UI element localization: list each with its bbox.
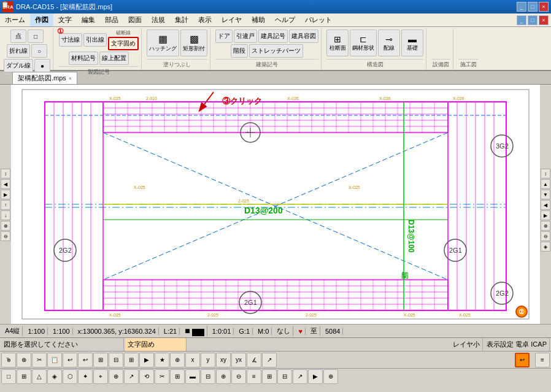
btm-btn-7[interactable]: ⊞ <box>93 353 108 367</box>
menu-palette[interactable]: パレット <box>300 13 337 26</box>
btm-btn-15[interactable]: xy <box>216 353 231 367</box>
btm2-btn-7[interactable]: ⌖ <box>93 369 108 384</box>
canvas-area[interactable]: ③クリック <box>11 85 540 324</box>
btm-btn-13[interactable]: x <box>185 353 200 367</box>
btm2-btn-11[interactable]: ✂ <box>155 369 169 384</box>
btm-btn-8[interactable]: ⊟ <box>109 353 123 367</box>
btm2-btn-2[interactable]: ⊞ <box>17 369 31 384</box>
btn-senjoh[interactable]: 線上配置 <box>99 52 129 65</box>
sub-close[interactable]: × <box>539 15 549 25</box>
sub-restore[interactable]: □ <box>528 15 538 25</box>
btn-door[interactable]: ドア <box>215 29 233 43</box>
right-btn-8[interactable]: ◈ <box>541 242 550 252</box>
right-btn-6[interactable]: ⊕ <box>541 221 550 231</box>
btn-rect[interactable]: □ <box>28 29 44 43</box>
btm-btn-11[interactable]: ★ <box>155 353 169 367</box>
left-btn-1[interactable]: ↕ <box>1 169 10 179</box>
btm2-btn-5[interactable]: ⬡ <box>63 369 77 384</box>
btn-rect-assign[interactable]: ▩ 矩形割付 <box>180 29 207 56</box>
menu-zumen[interactable]: 図面 <box>123 13 147 26</box>
menu-hoki[interactable]: 法規 <box>147 13 170 26</box>
btm2-btn-14[interactable]: ⊟ <box>201 369 215 384</box>
maximize-button[interactable]: □ <box>528 2 538 12</box>
menu-home[interactable]: ホーム <box>0 13 30 26</box>
btn-zairyo[interactable]: 材料記号 <box>69 52 98 65</box>
btn-kengu-yozu[interactable]: 建具容図 <box>289 29 318 43</box>
btn-hikidashi[interactable]: 引出線 <box>83 33 107 47</box>
menu-hojo[interactable]: 補助 <box>247 13 270 26</box>
menu-layer[interactable]: レイヤ <box>217 13 247 26</box>
btm-btn-16[interactable]: yx <box>231 353 246 367</box>
btn-kenguki[interactable]: 建具記号 <box>258 29 288 43</box>
btm2-btn-16[interactable]: ⊖ <box>231 369 246 384</box>
btm2-btn-19[interactable]: ⊟ <box>277 369 292 384</box>
btm2-btn-10[interactable]: ⟲ <box>139 369 154 384</box>
btm-btn-14[interactable]: y <box>201 353 215 367</box>
menu-help[interactable]: ヘルプ <box>270 13 300 26</box>
btm-btn-2[interactable]: ⊕ <box>17 353 31 367</box>
left-btn-3[interactable]: ▶ <box>1 190 10 199</box>
btn-kaidan[interactable]: 階段 <box>231 44 248 58</box>
tab-close-btn[interactable]: × <box>69 75 72 82</box>
btm-btn-17[interactable]: ∡ <box>247 353 261 367</box>
btm2-btn-4[interactable]: ◈ <box>47 369 62 384</box>
btn-circle-outline[interactable]: ○ <box>31 44 47 58</box>
btn-circle-fill[interactable]: ● <box>34 59 50 72</box>
btm-btn-4[interactable]: 📋 <box>47 353 62 367</box>
menu-buhin[interactable]: 部品 <box>100 13 123 26</box>
btn-hatching[interactable]: ▦ ハッチング <box>147 29 179 56</box>
btn-hikichigai[interactable]: 引違戸 <box>234 29 257 43</box>
menu-sakuzu[interactable]: 作図 <box>30 13 53 26</box>
right-btn-2[interactable]: ▲ <box>541 179 550 189</box>
btn-stretch[interactable]: ストレッチパーツ <box>249 44 303 58</box>
btn-polyline[interactable]: 折れ線 <box>7 44 30 58</box>
sub-minimize[interactable]: _ <box>517 15 526 25</box>
btm2-btn-12[interactable]: ⊞ <box>170 369 185 384</box>
right-btn-7[interactable]: ⊖ <box>541 231 550 241</box>
btm2-btn-22[interactable]: ⊕ <box>323 369 338 384</box>
btn-kiso[interactable]: ▬ 基礎 <box>401 29 423 56</box>
btm2-btn-1[interactable]: □ <box>1 369 16 384</box>
btn-column-section[interactable]: ⊞ 柱断面 <box>326 29 349 56</box>
btn-double-line[interactable]: ダブル線 <box>4 59 33 72</box>
btm2-btn-17[interactable]: ≡ <box>247 369 261 384</box>
right-btn-3[interactable]: ▼ <box>541 190 550 199</box>
btn-point[interactable]: 点 <box>10 29 26 43</box>
btn-steel-shape[interactable]: ⊏ 鋼材形状 <box>350 29 377 56</box>
btm2-btn-13[interactable]: ▬ <box>185 369 200 384</box>
right-btn-4[interactable]: ◀ <box>541 200 550 210</box>
btn-haisen[interactable]: ⊸ 配線 <box>378 29 400 56</box>
right-btn-1[interactable]: ↕ <box>541 169 550 179</box>
menu-henshu[interactable]: 編集 <box>77 13 100 26</box>
menu-shuusei[interactable]: 集計 <box>170 13 193 26</box>
btm2-btn-15[interactable]: ⊕ <box>216 369 231 384</box>
btm2-btn-18[interactable]: ⊞ <box>262 369 277 384</box>
btm-btn-12[interactable]: ⊕ <box>170 353 185 367</box>
btm2-btn-3[interactable]: △ <box>32 369 47 384</box>
btm-btn-5[interactable]: ↩ <box>63 353 77 367</box>
menu-moji[interactable]: 文字 <box>53 13 77 26</box>
left-btn-7[interactable]: ⊖ <box>1 231 10 241</box>
btm-btn-6[interactable]: ↩ <box>78 353 93 367</box>
btm2-btn-20[interactable]: ↗ <box>293 369 307 384</box>
left-btn-4[interactable]: ↑ <box>1 200 10 210</box>
btm-btn-9[interactable]: ⊞ <box>124 353 139 367</box>
btm-btn-1[interactable]: 🖱 <box>1 353 16 367</box>
minimize-button[interactable]: _ <box>517 2 526 12</box>
left-btn-6[interactable]: ⊕ <box>1 221 10 231</box>
btm2-btn-21[interactable]: ▶ <box>308 369 323 384</box>
btm-btn-18[interactable]: ↗ <box>262 353 277 367</box>
btn-moji-kome[interactable]: 文字固め <box>108 37 139 50</box>
btm-btn-3[interactable]: ✂ <box>32 353 47 367</box>
close-button[interactable]: × <box>539 2 549 12</box>
left-btn-2[interactable]: ◀ <box>1 179 10 189</box>
btm-btn-last[interactable]: ≡ <box>535 353 550 367</box>
left-btn-5[interactable]: ↓ <box>1 210 10 220</box>
btm-btn-highlighted[interactable]: ↩ <box>515 353 530 367</box>
btm2-btn-6[interactable]: ✦ <box>78 369 93 384</box>
btm2-btn-8[interactable]: ⊕ <box>109 369 123 384</box>
right-btn-5[interactable]: ▶ <box>541 210 550 220</box>
btm2-btn-9[interactable]: ↗ <box>124 369 139 384</box>
btm-btn-10[interactable]: ▶ <box>139 353 154 367</box>
menu-hyoji[interactable]: 表示 <box>193 13 217 26</box>
